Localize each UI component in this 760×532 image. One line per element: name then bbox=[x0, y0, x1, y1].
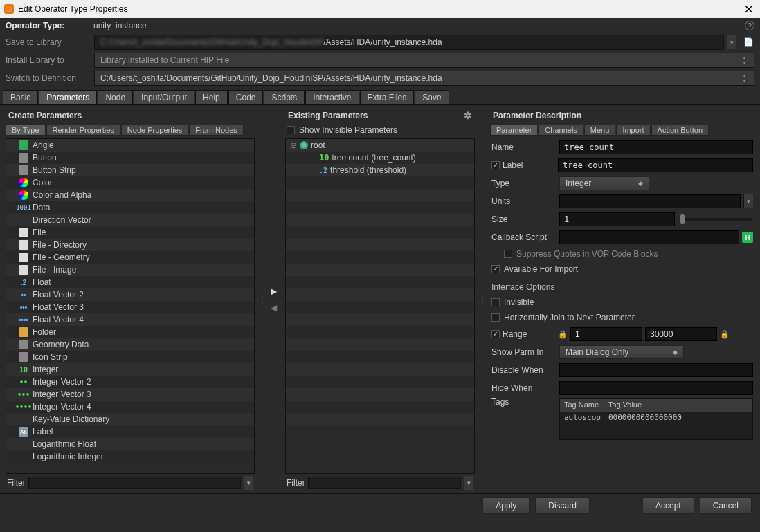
save-to-library-field[interactable]: C:/Users/t_oshita/Documents/GitHub/Unity… bbox=[94, 35, 724, 50]
create-filter-dropdown[interactable] bbox=[244, 476, 253, 490]
type-item[interactable]: Folder bbox=[6, 326, 254, 338]
type-item[interactable]: Button Strip bbox=[6, 164, 254, 176]
desc-tab-menu[interactable]: Menu bbox=[584, 125, 616, 136]
desc-tab-channels[interactable]: Channels bbox=[539, 125, 583, 136]
tab-basic[interactable]: Basic bbox=[3, 90, 38, 104]
move-left-icon[interactable]: ◀ bbox=[271, 303, 277, 313]
type-item[interactable]: Logarithmic Float bbox=[6, 438, 254, 450]
install-library-field[interactable]: Library installed to Current HIP File ▲▼ bbox=[94, 53, 754, 68]
invisible-checkbox[interactable] bbox=[491, 298, 500, 306]
subtab-from-nodes[interactable]: From Nodes bbox=[189, 125, 244, 136]
type-item[interactable]: .2Float bbox=[6, 276, 254, 288]
type-item[interactable]: Color and Alpha bbox=[6, 189, 254, 201]
gear-icon[interactable] bbox=[464, 110, 472, 121]
type-item[interactable]: Button bbox=[6, 152, 254, 164]
tag-row[interactable]: autoscop 0000000000000000 bbox=[560, 412, 752, 425]
tab-help[interactable]: Help bbox=[195, 90, 228, 104]
available-import-checkbox[interactable] bbox=[491, 265, 500, 273]
tab-code[interactable]: Code bbox=[228, 90, 264, 104]
range-max-input[interactable] bbox=[645, 327, 717, 341]
apply-button[interactable]: Apply bbox=[482, 497, 530, 514]
type-item[interactable]: •••Integer Vector 3 bbox=[6, 388, 254, 401]
help-icon[interactable]: ? bbox=[745, 21, 754, 30]
callback-input[interactable] bbox=[559, 230, 739, 244]
splitter-right[interactable] bbox=[480, 108, 485, 490]
desc-tab-action-button[interactable]: Action Button bbox=[651, 125, 709, 136]
range-checkbox[interactable] bbox=[491, 330, 500, 338]
subtab-render-properties[interactable]: Render Properties bbox=[46, 125, 120, 136]
range-min-input[interactable] bbox=[570, 327, 642, 341]
tab-node[interactable]: Node bbox=[98, 90, 133, 104]
desc-tab-parameter[interactable]: Parameter bbox=[490, 125, 538, 136]
tree-root[interactable]: ⊖ root bbox=[286, 139, 474, 152]
units-input[interactable] bbox=[559, 194, 741, 208]
type-item[interactable]: Direction Vector bbox=[6, 214, 254, 226]
horiz-join-checkbox[interactable] bbox=[491, 313, 500, 322]
existing-filter-dropdown[interactable] bbox=[464, 476, 473, 490]
existing-parameters-tree[interactable]: ⊖ root 10 tree count (tree_count) .2 thr… bbox=[285, 138, 475, 474]
suppress-quotes-checkbox[interactable] bbox=[504, 250, 512, 258]
label-input[interactable] bbox=[558, 158, 753, 172]
type-item[interactable]: Geometry Data bbox=[6, 338, 254, 351]
type-item[interactable]: ••Integer Vector 2 bbox=[6, 376, 254, 388]
tab-extra-files[interactable]: Extra Files bbox=[360, 90, 415, 104]
type-icon bbox=[19, 190, 28, 200]
choose-file-icon[interactable]: 📄 bbox=[742, 36, 754, 48]
type-item[interactable]: 1001Data bbox=[6, 201, 254, 214]
tags-table[interactable]: Tag Name Tag Value autoscop 000000000000… bbox=[559, 398, 753, 440]
type-item[interactable]: File - Geometry bbox=[6, 251, 254, 264]
save-library-dropdown[interactable] bbox=[727, 35, 736, 49]
type-item[interactable]: Angle bbox=[6, 139, 254, 152]
size-input[interactable] bbox=[559, 212, 675, 226]
close-button[interactable]: ✕ bbox=[741, 3, 756, 16]
disable-when-input[interactable] bbox=[559, 363, 753, 377]
units-dropdown[interactable] bbox=[743, 194, 753, 208]
show-invisible-checkbox[interactable] bbox=[287, 126, 295, 134]
type-item[interactable]: AbLabel bbox=[6, 425, 254, 438]
type-item[interactable]: 10Integer bbox=[6, 363, 254, 376]
tree-item-threshold[interactable]: .2 threshold (threshold) bbox=[286, 164, 474, 176]
type-label: File - Geometry bbox=[33, 253, 90, 262]
label-enable-checkbox[interactable] bbox=[491, 161, 500, 169]
tab-parameters[interactable]: Parameters bbox=[39, 90, 97, 104]
tab-interactive[interactable]: Interactive bbox=[305, 90, 359, 104]
tab-input-output[interactable]: Input/Output bbox=[134, 90, 194, 104]
type-select[interactable]: Integer◆ bbox=[559, 176, 649, 190]
type-label: Button Strip bbox=[33, 165, 76, 175]
type-item[interactable]: ••Float Vector 2 bbox=[6, 288, 254, 301]
type-item[interactable]: Color bbox=[6, 176, 254, 189]
subtab-node-properties[interactable]: Node Properties bbox=[121, 125, 189, 136]
type-item[interactable]: Logarithmic Integer bbox=[6, 450, 254, 463]
existing-filter-input[interactable] bbox=[308, 477, 461, 489]
hide-when-input[interactable] bbox=[559, 381, 753, 395]
type-item[interactable]: ••••Integer Vector 4 bbox=[6, 401, 254, 413]
switch-updown-icon[interactable]: ▲▼ bbox=[741, 73, 748, 83]
create-filter-input[interactable] bbox=[28, 477, 241, 489]
install-updown-icon[interactable]: ▲▼ bbox=[741, 55, 748, 65]
type-item[interactable]: Icon Strip bbox=[6, 351, 254, 363]
discard-button[interactable]: Discard bbox=[535, 497, 590, 514]
name-input[interactable] bbox=[559, 140, 753, 154]
tab-save[interactable]: Save bbox=[415, 90, 449, 104]
type-item[interactable]: •••Float Vector 3 bbox=[6, 301, 254, 313]
move-right-icon[interactable]: ▶ bbox=[271, 286, 277, 296]
range-max-lock-icon[interactable]: 🔓 bbox=[720, 330, 730, 339]
show-parm-select[interactable]: Main Dialog Only◆ bbox=[559, 345, 684, 359]
splitter-left[interactable] bbox=[260, 108, 264, 490]
type-item[interactable]: File - Image bbox=[6, 264, 254, 276]
type-item[interactable]: ••••Float Vector 4 bbox=[6, 313, 254, 326]
parameter-types-list[interactable]: AngleButtonButton StripColorColor and Al… bbox=[6, 138, 255, 474]
size-slider[interactable] bbox=[680, 218, 753, 221]
accept-button[interactable]: Accept bbox=[642, 497, 694, 514]
switch-definition-field[interactable]: C:/Users/t_oshita/Documents/GitHub/Unity… bbox=[94, 71, 754, 86]
type-item[interactable]: Key-Value Dictionary bbox=[6, 413, 254, 425]
cancel-button[interactable]: Cancel bbox=[700, 497, 752, 514]
subtab-by-type[interactable]: By Type bbox=[6, 125, 46, 136]
tree-item-tree-count[interactable]: 10 tree count (tree_count) bbox=[286, 152, 474, 164]
desc-tab-import[interactable]: Import bbox=[616, 125, 650, 136]
range-min-lock-icon[interactable]: 🔒 bbox=[558, 330, 568, 339]
tab-scripts[interactable]: Scripts bbox=[264, 90, 305, 104]
type-item[interactable]: File bbox=[6, 226, 254, 239]
type-item[interactable]: File - Directory bbox=[6, 239, 254, 251]
hscript-icon[interactable]: H bbox=[742, 232, 753, 243]
